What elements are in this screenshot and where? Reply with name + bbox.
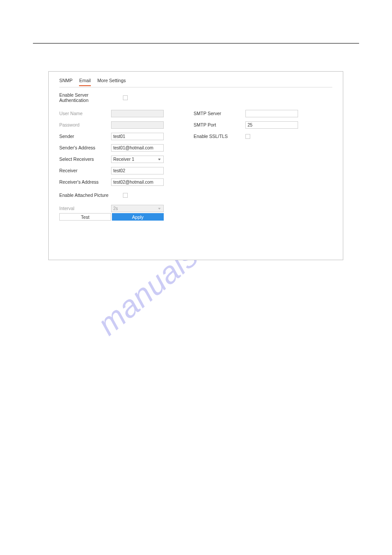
sender-field[interactable]	[111, 133, 164, 140]
username-field[interactable]	[111, 110, 164, 117]
password-label: Password	[59, 122, 111, 127]
apply-button[interactable]: Apply	[112, 213, 164, 221]
select-receivers-label: Select Receivers	[59, 156, 111, 162]
receiver-address-field[interactable]	[111, 178, 164, 186]
row-interval: Interval 2s	[59, 203, 173, 214]
chevron-down-icon	[158, 159, 161, 160]
interval-dropdown: 2s	[111, 205, 164, 212]
enable-auth-checkbox[interactable]	[123, 95, 128, 100]
row-smtp-port: SMTP Port	[194, 119, 308, 131]
row-sender: Sender	[59, 131, 173, 142]
row-sender-address: Sender's Address	[59, 142, 173, 153]
enable-ssl-label: Enable SSL/TLS	[194, 134, 245, 139]
enable-picture-label: Enable Attached Picture	[59, 192, 116, 198]
select-receivers-dropdown[interactable]: Receiver 1	[111, 156, 164, 163]
enable-auth-label: Enable Server Authentication	[59, 92, 116, 103]
row-password: Password	[59, 119, 173, 131]
row-receiver-address: Receiver's Address	[59, 176, 173, 188]
sender-address-field[interactable]	[111, 144, 164, 152]
left-column: Enable Server Authentication User Name P…	[59, 92, 173, 214]
right-spacer	[194, 92, 308, 108]
button-row: Test Apply	[59, 213, 164, 221]
chevron-down-icon	[158, 208, 161, 210]
select-receivers-value: Receiver 1	[113, 157, 134, 162]
row-enable-auth: Enable Server Authentication	[59, 92, 173, 103]
sender-label: Sender	[59, 134, 111, 139]
row-select-receivers: Select Receivers Receiver 1	[59, 153, 173, 165]
password-field[interactable]	[111, 121, 164, 129]
right-column: SMTP Server SMTP Port Enable SSL/TLS	[194, 92, 308, 142]
row-receiver: Receiver	[59, 165, 173, 176]
receiver-address-label: Receiver's Address	[59, 179, 111, 185]
tab-more-settings[interactable]: More Settings	[97, 78, 126, 86]
row-enable-ssl: Enable SSL/TLS	[194, 131, 308, 142]
enable-ssl-checkbox[interactable]	[245, 134, 250, 139]
interval-value: 2s	[113, 206, 118, 211]
row-username: User Name	[59, 108, 173, 119]
settings-panel: SNMP Email More Settings Enable Server A…	[48, 71, 343, 260]
receiver-field[interactable]	[111, 167, 164, 174]
tab-bar: SNMP Email More Settings	[59, 78, 332, 87]
row-enable-picture: Enable Attached Picture	[59, 189, 173, 201]
sender-address-label: Sender's Address	[59, 145, 111, 150]
receiver-label: Receiver	[59, 168, 111, 173]
smtp-port-label: SMTP Port	[194, 122, 245, 127]
interval-label: Interval	[59, 206, 111, 211]
smtp-server-field[interactable]	[245, 110, 298, 117]
smtp-server-label: SMTP Server	[194, 111, 245, 116]
top-divider	[33, 43, 359, 44]
test-button[interactable]: Test	[59, 213, 111, 221]
row-smtp-server: SMTP Server	[194, 108, 308, 119]
username-label: User Name	[59, 111, 111, 116]
tab-email[interactable]: Email	[79, 78, 90, 86]
smtp-port-field[interactable]	[245, 121, 298, 129]
tab-snmp[interactable]: SNMP	[59, 78, 72, 86]
enable-picture-checkbox[interactable]	[123, 193, 128, 198]
